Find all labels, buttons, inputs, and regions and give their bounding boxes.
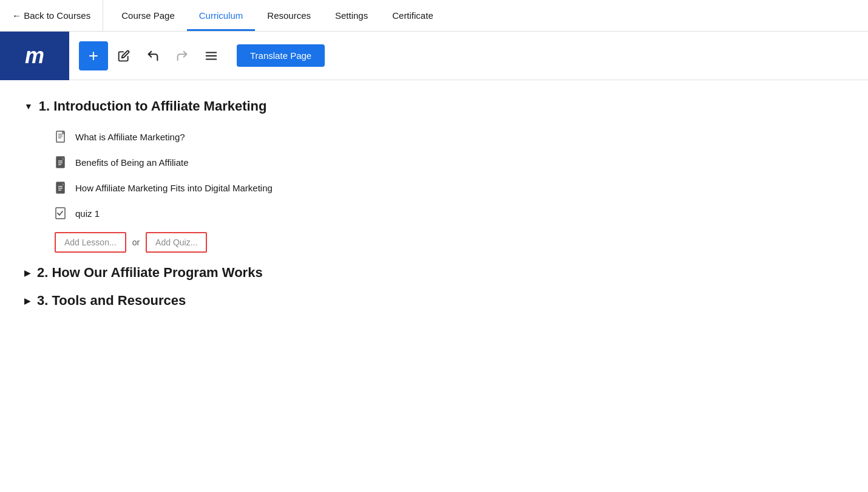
undo-icon-button[interactable]	[140, 43, 166, 69]
add-quiz-button[interactable]: Add Quiz...	[146, 232, 207, 253]
section-3-header[interactable]: ▶ 3. Tools and Resources	[24, 293, 844, 309]
main-content: ▼ 1. Introduction to Affiliate Marketing…	[0, 80, 868, 339]
back-to-courses-link[interactable]: ← Back to Courses	[0, 0, 103, 31]
list-item[interactable]: How Affiliate Marketing Fits into Digita…	[55, 175, 844, 200]
section-3-title: 3. Tools and Resources	[37, 293, 186, 309]
section-1-lessons: What is Affiliate Marketing? Benefits of…	[55, 124, 844, 226]
tab-certificate[interactable]: Certificate	[380, 0, 446, 31]
section-2: ▶ 2. How Our Affiliate Program Works	[24, 265, 844, 281]
undo-icon	[146, 49, 160, 63]
translate-page-button[interactable]: Translate Page	[237, 44, 325, 67]
tab-settings[interactable]: Settings	[323, 0, 380, 31]
back-arrow-icon: ← Back to Courses	[12, 10, 90, 21]
toolbar-actions: + Translate Page	[69, 41, 334, 70]
document-icon	[55, 181, 68, 194]
document-icon	[55, 130, 68, 143]
list-item[interactable]: What is Affiliate Marketing?	[55, 124, 844, 149]
menu-icon	[205, 49, 218, 63]
document-icon	[55, 155, 68, 169]
nav-tabs: Course Page Curriculum Resources Setting…	[109, 0, 446, 31]
lesson-1-label: What is Affiliate Marketing?	[75, 132, 185, 142]
section-1-title: 1. Introduction to Affiliate Marketing	[39, 98, 267, 114]
or-label: or	[132, 237, 140, 247]
lesson-3-label: How Affiliate Marketing Fits into Digita…	[75, 183, 273, 193]
logo-icon: m	[25, 43, 44, 69]
tab-curriculum[interactable]: Curriculum	[187, 0, 256, 31]
section-2-toggle[interactable]: ▶	[24, 268, 31, 278]
lesson-2-label: Benefits of Being an Affiliate	[75, 157, 189, 168]
add-item-row: Add Lesson... or Add Quiz...	[55, 232, 844, 253]
add-button[interactable]: +	[79, 41, 108, 70]
tab-course-page[interactable]: Course Page	[109, 0, 187, 31]
pencil-icon	[118, 50, 130, 62]
section-2-title: 2. How Our Affiliate Program Works	[37, 265, 263, 281]
tab-resources[interactable]: Resources	[255, 0, 323, 31]
section-3: ▶ 3. Tools and Resources	[24, 293, 844, 309]
quiz-icon	[55, 207, 68, 220]
list-item[interactable]: quiz 1	[55, 200, 844, 226]
list-item[interactable]: Benefits of Being an Affiliate	[55, 149, 844, 175]
redo-icon-button[interactable]	[169, 43, 195, 69]
section-3-toggle[interactable]: ▶	[24, 296, 31, 306]
logo-block: m	[0, 32, 69, 80]
section-2-header[interactable]: ▶ 2. How Our Affiliate Program Works	[24, 265, 844, 281]
quiz-1-label: quiz 1	[75, 208, 100, 219]
menu-icon-button[interactable]	[198, 43, 225, 69]
add-lesson-button[interactable]: Add Lesson...	[55, 232, 126, 253]
section-1-toggle[interactable]: ▼	[24, 101, 33, 111]
edit-icon-button[interactable]	[110, 43, 137, 69]
section-1: ▼ 1. Introduction to Affiliate Marketing…	[24, 98, 844, 253]
toolbar: m + Trans	[0, 32, 868, 80]
redo-icon	[175, 49, 189, 63]
section-1-header[interactable]: ▼ 1. Introduction to Affiliate Marketing	[24, 98, 844, 114]
top-nav: ← Back to Courses Course Page Curriculum…	[0, 0, 868, 32]
